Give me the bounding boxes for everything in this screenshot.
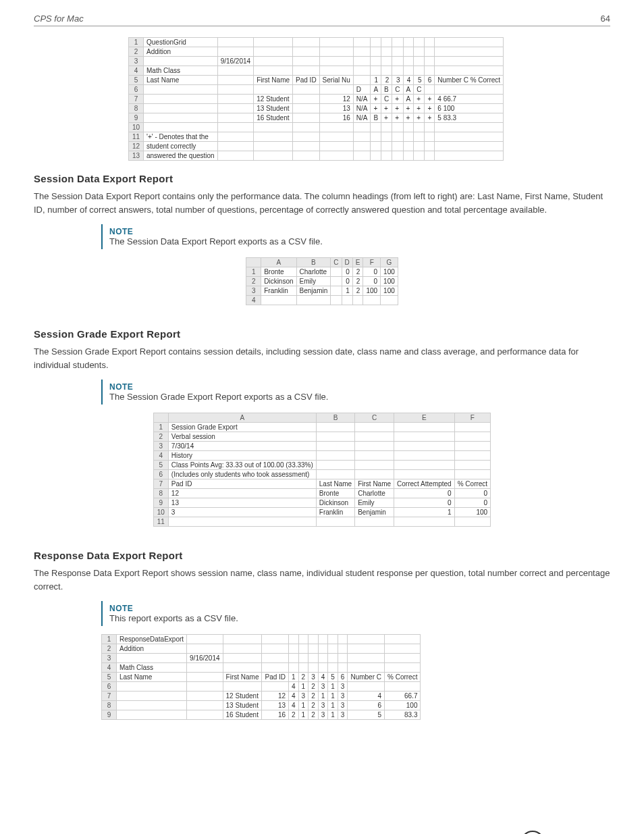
cell: First Name: [254, 76, 293, 85]
cell: [289, 635, 299, 644]
cell: [403, 142, 414, 151]
note-sge: NOTE The Session Grade Export Report exp…: [101, 380, 520, 405]
cell: [403, 132, 414, 142]
cell: 0: [363, 277, 381, 286]
cell: +: [425, 104, 435, 113]
cell: [223, 635, 262, 644]
cell: Last Name: [144, 76, 218, 85]
sge-table: ABCEF1Session Grade Export2Verbal sessio…: [153, 413, 491, 527]
cell: [328, 663, 338, 673]
cell: 6: [425, 76, 435, 85]
cell: 100: [363, 286, 381, 296]
cell: [319, 47, 353, 57]
cell: [435, 47, 504, 57]
cell: [187, 635, 223, 644]
cell: [262, 663, 289, 673]
cell: 13: [262, 701, 289, 710]
cell: 66.7: [385, 692, 421, 701]
cell: [331, 277, 342, 286]
cell: [319, 132, 353, 142]
cell: 0: [342, 277, 352, 286]
cell: [394, 432, 455, 442]
cell: [289, 663, 299, 673]
col-header: [153, 413, 168, 423]
cell: [394, 461, 455, 470]
cell: [217, 95, 254, 104]
cell: [187, 673, 223, 682]
row-header: 2: [246, 277, 261, 286]
col-header: F: [454, 413, 490, 423]
cell: [144, 104, 218, 113]
cell: [262, 682, 289, 692]
cell: [319, 123, 353, 132]
cell: [353, 66, 371, 76]
cell: [254, 123, 293, 132]
cell: B: [381, 85, 392, 95]
cell: 0: [342, 267, 352, 277]
col-header: [246, 258, 261, 267]
note-sde: NOTE The Session Data Export Report expo…: [101, 224, 520, 249]
cell: [319, 66, 353, 76]
col-header: C: [355, 413, 394, 423]
cell: [414, 132, 425, 142]
section-para-sde: The Session Data Export Report contains …: [34, 190, 610, 216]
cell: [254, 142, 293, 151]
cell: [316, 461, 354, 470]
row-header: 7: [153, 479, 168, 489]
cell: 1: [371, 76, 381, 85]
cell: 2: [381, 76, 392, 85]
cell: [318, 644, 328, 654]
cell: [385, 654, 421, 663]
cell: [381, 66, 392, 76]
cell: [435, 142, 504, 151]
cell: [144, 123, 218, 132]
row-header: 13: [129, 151, 144, 161]
cell: [328, 654, 338, 663]
cell: [316, 432, 354, 442]
cell: [414, 38, 425, 47]
cell: [394, 451, 455, 461]
cell: [293, 47, 320, 57]
cell: [403, 151, 414, 161]
cell: Addition: [117, 644, 187, 654]
cell: Math Class: [117, 663, 187, 673]
cell: [308, 663, 319, 673]
row-header: 10: [153, 508, 168, 517]
cell: Number C: [348, 673, 385, 682]
cell: [353, 38, 371, 47]
col-header: A: [261, 258, 296, 267]
cell: [261, 296, 296, 305]
cell: [217, 113, 254, 123]
turning-arrow-icon: [520, 831, 545, 834]
cell: [316, 517, 354, 527]
cell: [435, 123, 504, 132]
cell: [425, 57, 435, 66]
cell: [355, 423, 394, 432]
row-header: 4: [153, 451, 168, 461]
cell: +: [425, 113, 435, 123]
cell: student correctly: [144, 142, 218, 151]
cell: [298, 644, 308, 654]
cell: [338, 654, 348, 663]
cell: 3: [338, 682, 348, 692]
cell: [348, 635, 385, 644]
cell: Number C % Correct: [435, 76, 504, 85]
cell: First Name: [223, 673, 262, 682]
cell: [392, 38, 403, 47]
cell: 13 Student: [254, 104, 293, 113]
cell: 2: [352, 267, 363, 277]
cell: Charlotte: [355, 489, 394, 498]
row-header: 1: [153, 423, 168, 432]
cell: Benjamin: [355, 508, 394, 517]
cell: [217, 142, 254, 151]
cell: C: [392, 85, 403, 95]
cell: [381, 57, 392, 66]
cell: 0: [454, 489, 490, 498]
cell: 83.3: [385, 710, 421, 720]
cell: [187, 701, 223, 710]
row-header: 8: [129, 104, 144, 113]
cell: Benjamin: [296, 286, 331, 296]
cell: [355, 451, 394, 461]
cell: 2: [352, 286, 363, 296]
page-number: 64: [601, 14, 610, 24]
